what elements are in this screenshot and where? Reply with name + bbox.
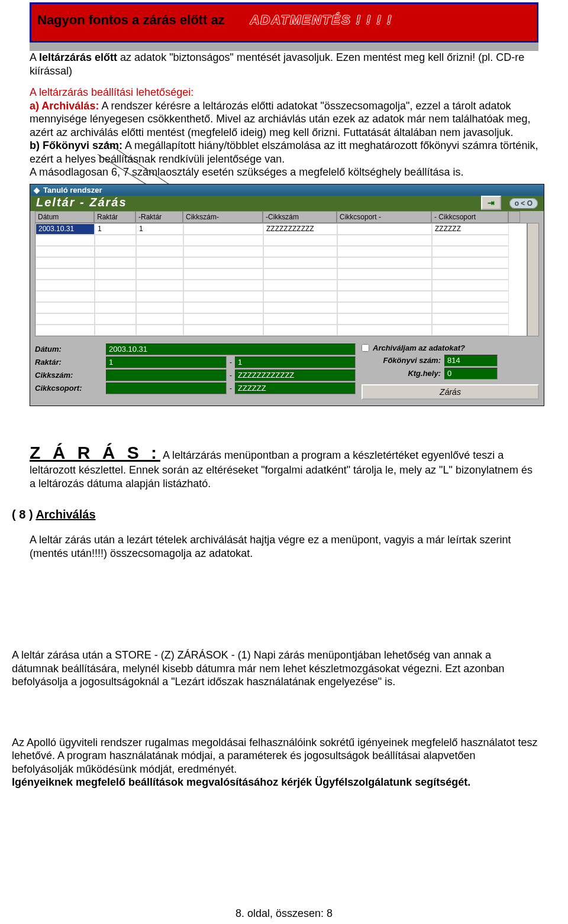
intro-b: b) Főkönyvi szám: A megállapított hiány/…	[30, 139, 538, 166]
table-cell[interactable]	[337, 223, 432, 235]
banner-emph: ADATMENTÉS ! ! ! !	[250, 12, 392, 27]
app-screenshot: ◆ Tanuló rendszer Leltár - Zárás ⇥ o < O…	[30, 184, 538, 406]
vertical-scrollbar[interactable]	[527, 223, 539, 336]
zaras-heading: Z Á R Á S :	[30, 443, 160, 462]
cikkszam-label: Cikkszám:	[35, 371, 106, 380]
zaras-button[interactable]: Zárás	[362, 384, 539, 400]
store-paragraph: A leltár zárása után a STORE - (Z) ZÁRÁS…	[12, 649, 538, 689]
fokonyvi-input[interactable]	[444, 355, 498, 367]
section8-p1: A leltár zárás után a lezárt tételek arc…	[30, 533, 538, 560]
intro-b2: A másodlagosan 6, 7 számlaosztály esetén…	[30, 166, 538, 179]
grid-header: Dátum Raktár -Raktár Cikkszám- -Cikkszám…	[35, 211, 539, 223]
banner-prefix: Nagyon fontos a zárás előtt az	[37, 12, 225, 27]
ktghely-label: Ktg.hely:	[362, 369, 444, 378]
table-cell[interactable]: 2003.10.31	[36, 223, 95, 235]
table-cell[interactable]: 1	[95, 223, 136, 235]
cikkszam-from-input[interactable]	[106, 369, 227, 381]
table-cell[interactable]	[183, 223, 263, 235]
window-subtitle: Leltár - Zárás	[36, 196, 127, 209]
alert-banner: Nagyon fontos a zárás előtt az ADATMENTÉ…	[30, 2, 538, 43]
apollo-p1: Az Apolló ügyviteli rendszer rugalmas me…	[12, 736, 538, 776]
intro-line1: A leltárzárás előtt az adatok "biztonság…	[30, 51, 538, 77]
toolbar-button[interactable]: ⇥	[481, 196, 501, 210]
window-title: Tanuló rendszer	[43, 186, 102, 194]
table-cell[interactable]: ZZZZZZZZZZZ	[263, 223, 337, 235]
raktar-label: Raktár:	[35, 358, 106, 367]
hatched-divider	[30, 43, 538, 51]
app-icon: ◆	[34, 186, 40, 194]
csoport-to-input[interactable]	[235, 382, 356, 394]
csoport-label: Cikkcsoport:	[35, 384, 106, 393]
table-cell[interactable]: 1	[136, 223, 183, 235]
zaras-paragraph: Z Á R Á S : A leltárzárás menüpontban a …	[30, 442, 538, 491]
archive-checkbox[interactable]	[362, 344, 369, 352]
ktghely-input[interactable]	[444, 368, 498, 380]
close-pill[interactable]: o < O	[509, 198, 538, 209]
raktar-to-input[interactable]	[235, 356, 356, 368]
grid-body[interactable]: 2003.10.31 1 1 ZZZZZZZZZZZ ZZZZZZ	[35, 223, 527, 336]
intro-heading2: A leltárzárás beállítási lehetőségei:	[30, 86, 538, 99]
csoport-from-input[interactable]	[106, 382, 227, 394]
fokonyvi-label: Főkönyvi szám:	[362, 356, 444, 365]
apollo-p2: Igényeiknek megfelelő beállítások megval…	[12, 776, 538, 789]
datum-label: Dátum:	[35, 345, 106, 354]
titlebar: ◆ Tanuló rendszer	[30, 184, 544, 196]
table-cell[interactable]: ZZZZZZ	[432, 223, 509, 235]
datum-input[interactable]	[106, 343, 356, 355]
raktar-from-input[interactable]	[106, 356, 227, 368]
archive-label: Archiváljam az adatokat?	[373, 343, 465, 352]
cikkszam-to-input[interactable]	[235, 369, 356, 381]
section-8-heading: ( 8 ) Archiválás	[12, 508, 538, 521]
page-footer: 8. oldal, összesen: 8	[30, 907, 538, 920]
intro-a: a) Archiválás: A rendszer kérésre a lelt…	[30, 99, 538, 140]
